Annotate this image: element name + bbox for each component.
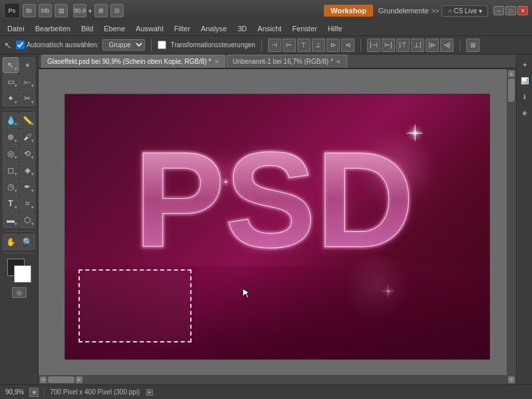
background-color[interactable] [14,265,31,283]
clone-icon: ◎ [7,149,14,158]
align-left-button[interactable]: ⊣ [268,39,281,52]
minimize-button[interactable]: ─ [493,6,504,15]
tab-unbenannt-close[interactable]: ✕ [336,59,341,65]
hand-tool[interactable]: ✋ [3,234,19,250]
tab-unbenannt[interactable]: Unbenannt-1 bei 16,7% (RGB/8) * ✕ [227,55,347,68]
auto-select-input[interactable] [16,41,25,49]
left-toolbar: ↖ ▾ ⌖ ▭ ▾ ⟜ ▾ ✦ ▾ ✂ ▾ [0,55,39,384]
path-tool[interactable]: ⌗ ▾ [19,196,35,211]
align-center-h-button[interactable]: ⊢ [283,39,296,52]
fg-bg-container [7,259,31,283]
arrange-button[interactable]: ⊟ [110,4,124,17]
horizontal-scrollbar[interactable]: ◂ ▸ [39,375,507,384]
view-button[interactable]: ⊞ [94,4,108,17]
wand-tool[interactable]: ✦ ▾ [3,90,19,106]
canvas-viewport[interactable]: PSD PSD PSD [39,69,516,384]
status-next-button[interactable]: ▸ [146,389,153,396]
menu-datei[interactable]: Datei [3,23,29,34]
zoom-display[interactable]: 90,9 [73,4,86,17]
spot-heal-tool[interactable]: ⊕ ▾ [3,129,19,145]
tab-glaseffekt-label: Glaseffekt.psd bei 90,9% (Schein oben Ko… [47,58,211,65]
layout-button[interactable]: ▤ [55,4,68,17]
vertical-scrollbar[interactable]: ▴ ▾ [507,69,516,384]
menu-3d[interactable]: 3D [233,23,251,34]
marquee-icon: ▭ [7,77,15,86]
scrollbar-right-arrow[interactable]: ▸ [76,376,82,383]
maximize-button[interactable]: □ [505,6,516,15]
tool-separator-3 [4,253,35,253]
menu-bar: Datei Bearbeiten Bild Ebene Auswahl Filt… [0,21,532,36]
scrollbar-thumb-v[interactable] [508,78,515,102]
align-bottom-button[interactable]: ⊲ [341,39,354,52]
scrollbar-left-arrow[interactable]: ◂ [40,376,47,383]
menu-filter[interactable]: Filter [170,23,195,34]
distribute-center-v-button[interactable]: |⊳ [426,39,439,52]
scrollbar-thumb-h[interactable] [48,376,74,383]
menu-ebene[interactable]: Ebene [99,23,130,34]
ruler-tool[interactable]: 📏 ▾ [19,112,35,128]
menu-fenster[interactable]: Fenster [287,23,321,34]
distribute-left-button[interactable]: |⊣ [367,39,380,52]
move-tool[interactable]: ↖ ▾ [3,57,19,73]
hand-icon: ✋ [6,237,16,247]
gradient-tool[interactable]: ◈ ▾ [19,162,35,178]
type-tool[interactable]: T ▾ [3,196,19,211]
dodge-tool[interactable]: ◷ ▾ [3,179,19,195]
mode-buttons: ◎ [12,287,27,298]
clone-tool[interactable]: ◎ ▾ [3,146,19,162]
zoom-info-button[interactable]: ◉ [29,388,39,397]
zoom-tool[interactable]: 🔍 [19,234,35,250]
align-top-button[interactable]: ⊥ [312,39,325,52]
canvas-area: Glaseffekt.psd bei 90,9% (Schein oben Ko… [39,55,516,384]
quick-mask-button[interactable]: ◎ [12,287,27,298]
psd-reflection: PSD [65,266,489,359]
distribute-bottom-button[interactable]: ⊲| [440,39,454,52]
tool-separator-2 [4,231,35,231]
auto-select-checkbox[interactable]: Automatisch auswählen: [16,41,98,49]
more-button[interactable]: >> [432,7,440,15]
artboard-tool[interactable]: ⌖ [19,57,35,73]
align-right-button[interactable]: ⊤ [297,39,311,52]
distribute-center-h-button[interactable]: ⊢| [382,39,395,52]
menu-hilfe[interactable]: Hilfe [323,23,347,34]
panel-info-button[interactable]: ℹ [519,90,531,102]
tab-glaseffekt-close[interactable]: ✕ [214,59,219,65]
panel-compass-button[interactable]: ✦ [519,59,531,70]
panel-histogram-button[interactable]: 📊 [519,74,531,86]
custom-shape-tool[interactable]: ⬡ ▾ [19,212,35,228]
brush-tool[interactable]: 🖌 ▾ [19,129,35,145]
transform-checkbox[interactable] [158,41,166,49]
crop-tool[interactable]: ✂ ▾ [19,90,35,106]
auto-select-dropdown[interactable]: Gruppe Ebene [102,39,145,51]
panel-layers-button[interactable]: ◈ [519,106,531,118]
rect-shape-tool[interactable]: ▬ ▾ [3,212,19,228]
eyedropper-tool[interactable]: 💧 ▾ [3,112,19,128]
menu-bild[interactable]: Bild [76,23,98,34]
menu-bearbeiten[interactable]: Bearbeiten [31,23,75,34]
psd-canvas: PSD PSD PSD [65,94,490,360]
align-center-v-button[interactable]: ⊳ [327,39,340,52]
br-button[interactable]: Br [23,4,36,17]
pen-tool[interactable]: ✒ ▾ [19,179,35,195]
distribute-right-button[interactable]: |⊤ [396,39,410,52]
options-bar: ↖ Automatisch auswählen: Gruppe Ebene Tr… [0,36,532,55]
workspace-button[interactable]: Workshop [324,5,373,17]
history-tool[interactable]: ⟲ ▾ [19,146,35,162]
marquee-tool[interactable]: ▭ ▾ [3,74,19,90]
menu-analyse[interactable]: Analyse [196,23,231,34]
zoom-dropdown[interactable]: ▾ [88,7,92,15]
auto-align-button[interactable]: ⊞ [466,39,479,52]
menu-ansicht[interactable]: Ansicht [253,23,286,34]
distribute-top-button[interactable]: ⊥| [411,39,424,52]
cs-live-button[interactable]: ○ CS Live ▾ [442,5,488,17]
menu-auswahl[interactable]: Auswahl [131,23,168,34]
lasso-tool[interactable]: ⟜ ▾ [19,74,35,90]
scrollbar-down-arrow[interactable]: ▾ [508,376,515,383]
dodge-icon: ◷ [7,182,14,192]
mb-button[interactable]: Mb [39,4,52,17]
tab-glaseffekt[interactable]: Glaseffekt.psd bei 90,9% (Schein oben Ko… [41,55,225,68]
close-button[interactable]: ✕ [517,6,528,15]
scrollbar-up-arrow[interactable]: ▴ [508,70,515,77]
eraser-tool[interactable]: ◻ ▾ [3,162,19,178]
zoom-info-icon: ◉ [32,389,37,395]
